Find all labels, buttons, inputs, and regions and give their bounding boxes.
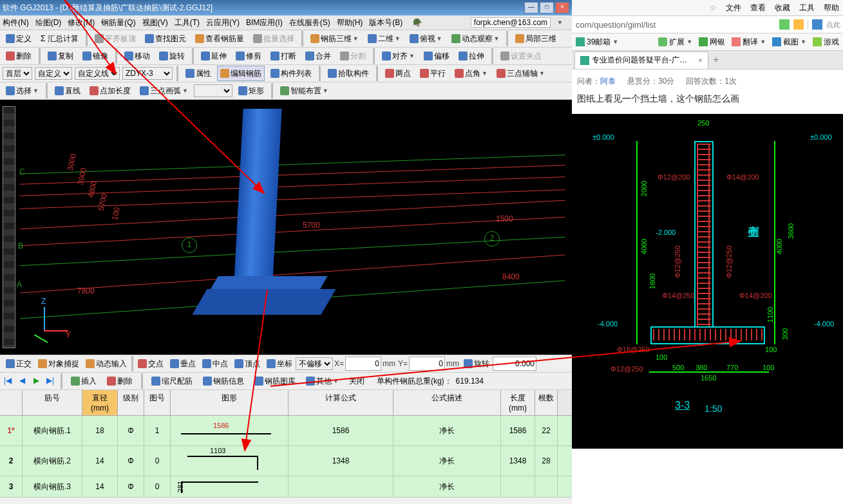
vertex-button[interactable]: 顶点 (231, 356, 263, 371)
col-level[interactable]: 级别 (118, 390, 144, 415)
other-button[interactable]: 其他▼ (303, 373, 342, 389)
cell-name[interactable]: 横向钢筋.1 (23, 416, 82, 445)
stretch-button[interactable]: 拉伸 (455, 48, 488, 64)
cell-desc[interactable]: 净长 (393, 446, 501, 476)
br-menu[interactable]: 收藏 (775, 3, 790, 14)
cell-cnt[interactable] (535, 476, 558, 497)
prev-button[interactable]: ◀ (17, 376, 27, 386)
smart-layout-button[interactable]: 智能布置▼ (277, 83, 332, 98)
find-element-button[interactable]: 查找图元 (142, 31, 189, 46)
col-shape[interactable]: 图形 (171, 390, 289, 415)
safe-icon[interactable] (779, 19, 790, 30)
menu-item[interactable]: 在线服务(S) (289, 17, 330, 28)
cell-len[interactable] (501, 476, 535, 497)
fav-icon[interactable] (793, 19, 804, 30)
copy-button[interactable]: 复制 (44, 48, 77, 64)
col-formula[interactable]: 计算公式 (289, 390, 393, 415)
cell-fig[interactable]: 0 (144, 476, 171, 497)
arc3-button[interactable]: 三点画弧▼ (137, 83, 191, 98)
table-row[interactable]: 1* 横向钢筋.1 18 Φ 1 1586 1586 净长 1586 22 (0, 416, 572, 446)
menu-item[interactable]: 视图(V) (142, 17, 168, 28)
br-menu[interactable]: 文件 (726, 3, 741, 14)
cell-dia[interactable]: 14 (82, 476, 118, 497)
dyn-input-button[interactable]: 动态输入 (82, 356, 130, 371)
col-diameter[interactable]: 直径(mm) (82, 390, 118, 415)
local-3d-button[interactable]: 局部三维 (512, 31, 560, 46)
break-button[interactable]: 打断 (267, 48, 299, 64)
rotate2-button[interactable]: 旋转 (460, 356, 493, 371)
table-row[interactable]: 2 横向钢筋.2 14 Φ 0 1103 1348 净长 1348 28 (0, 446, 572, 476)
cell-dia[interactable]: 18 (82, 416, 118, 445)
midpoint-button[interactable]: 中点 (199, 356, 231, 371)
align-slab-button[interactable]: 平齐板顶 (91, 31, 139, 46)
cell-len[interactable]: 1348 (501, 446, 535, 476)
rotate-button[interactable]: 旋转 (156, 48, 188, 64)
cell-name[interactable]: 横向钢筋.3 (23, 476, 82, 497)
select-button[interactable]: 选择▼ (3, 83, 42, 98)
merge-button[interactable]: 合并 (302, 48, 334, 64)
close-panel-button[interactable]: 关闭 (346, 373, 368, 389)
viewport-3d[interactable]: C B A 3000 3900 4800 5700 100 5700 1500 … (0, 100, 572, 355)
col-desc[interactable]: 公式描述 (393, 390, 501, 415)
align-button[interactable]: 对齐▼ (379, 48, 418, 64)
parallel-button[interactable]: 平行 (417, 66, 449, 81)
code-select[interactable]: ZDYX-3 (122, 67, 173, 80)
play-button[interactable]: ▶ (31, 376, 41, 386)
cell-level[interactable]: Φ (118, 416, 144, 445)
asker-link[interactable]: 阿泰 (600, 77, 616, 86)
rotate-input[interactable] (493, 357, 536, 371)
col-length[interactable]: 长度(mm) (501, 390, 535, 415)
offset-button[interactable]: 偏移 (421, 48, 453, 64)
rebar-2d-button[interactable]: 二维▼ (365, 31, 404, 46)
url-input[interactable] (574, 19, 779, 30)
intersection-button[interactable]: 交点 (135, 356, 167, 371)
maximize-button[interactable]: □ (540, 2, 554, 14)
cell-desc[interactable]: 净长 (393, 416, 501, 445)
next-button[interactable]: ▶| (45, 376, 55, 386)
orbit-button[interactable]: 动态观察▼ (448, 31, 503, 46)
cell-shape[interactable]: 281 (171, 476, 289, 497)
x-input[interactable] (345, 357, 381, 371)
cell-formula[interactable]: 1348 (289, 446, 393, 476)
offset-mode-select[interactable]: 不偏移 (296, 357, 333, 370)
rebar-info-button[interactable]: 钢筋信息 (200, 373, 247, 389)
paw-icon[interactable] (812, 19, 822, 30)
line-type-select[interactable]: 自定义线 (75, 67, 120, 80)
bookmark-icon[interactable]: ☆ (710, 3, 717, 12)
menu-item[interactable]: 绘图(D) (35, 17, 62, 28)
ext-mail[interactable]: 39邮箱▼ (576, 37, 618, 48)
menu-item[interactable]: 工具(T) (175, 17, 200, 28)
cell-fig[interactable]: 0 (144, 446, 171, 476)
trim-button[interactable]: 修剪 (232, 48, 265, 64)
view-rebar-button[interactable]: 查看钢筋量 (192, 31, 247, 46)
batch-select-button[interactable]: 批量选择 (250, 31, 298, 46)
delete-row-button[interactable]: 删除 (104, 373, 136, 389)
custom-select[interactable]: 自定义 (35, 67, 72, 80)
ext-screenshot[interactable]: 截图▼ (772, 37, 806, 48)
menu-item[interactable]: 帮助(H) (337, 17, 363, 28)
split-button[interactable]: 分割 (337, 48, 369, 64)
property-button[interactable]: 属性 (182, 66, 214, 81)
br-menu[interactable]: 工具 (799, 3, 815, 14)
cell-cnt[interactable]: 22 (535, 416, 558, 445)
ext-bank[interactable]: 网银 (699, 37, 725, 48)
user-dropdown[interactable]: ▼ (557, 19, 563, 26)
two-point-button[interactable]: 两点 (382, 66, 414, 81)
insert-row-button[interactable]: 插入 (68, 373, 100, 389)
menu-item[interactable]: 修改(M) (68, 17, 95, 28)
cell-level[interactable]: Φ (118, 446, 144, 476)
coord-button[interactable]: 坐标 (263, 356, 296, 371)
cell-level[interactable]: Φ (118, 476, 144, 497)
component-list-button[interactable]: 构件列表 (267, 66, 315, 81)
ext-game[interactable]: 游戏 (813, 37, 839, 48)
y-input[interactable] (409, 357, 445, 371)
rect-button[interactable]: 矩形 (235, 83, 267, 98)
cell-shape[interactable]: 1586 (171, 416, 289, 445)
first-button[interactable]: |◀ (3, 376, 13, 386)
table-row[interactable]: 3 横向钢筋.3 14 Φ 0 281 净长 (0, 476, 572, 498)
cell-name[interactable]: 横向钢筋.2 (23, 446, 82, 476)
user-box[interactable]: forpk.chen@163.com (471, 17, 551, 28)
menu-item[interactable]: 云应用(Y) (206, 17, 240, 28)
cell-formula[interactable] (289, 476, 393, 497)
row-number[interactable]: 1* (0, 416, 23, 445)
